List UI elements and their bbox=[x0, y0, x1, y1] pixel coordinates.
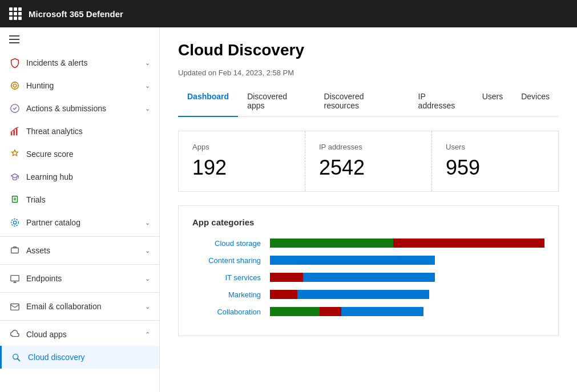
stats-row: Apps 192 IP addresses 2542 Users 959 bbox=[178, 131, 559, 192]
sidebar: Incidents & alerts ⌄ Hunting ⌄ bbox=[0, 27, 160, 392]
app-categories-card: App categories Cloud storageContent shar… bbox=[178, 205, 559, 336]
bar-row-marketing: Marketing bbox=[192, 290, 544, 299]
svg-rect-13 bbox=[11, 248, 19, 253]
app-categories-title: App categories bbox=[192, 217, 544, 227]
chevron-icon: ⌄ bbox=[145, 82, 150, 90]
stat-ip-addresses: IP addresses 2542 bbox=[305, 131, 432, 191]
svg-rect-14 bbox=[11, 276, 19, 281]
cloud-apps-label: Cloud apps bbox=[26, 330, 139, 339]
tab-ip-addresses[interactable]: IP addresses bbox=[409, 86, 473, 117]
incidents-alerts-label: Incidents & alerts bbox=[26, 58, 139, 67]
learning-hub-label: Learning hub bbox=[26, 172, 150, 181]
sidebar-item-secure-score[interactable]: Secure score bbox=[0, 143, 159, 165]
bar-segment bbox=[270, 256, 435, 265]
chevron-icon: ⌄ bbox=[145, 219, 150, 227]
cloud-apps-icon bbox=[9, 329, 21, 340]
page-title: Cloud Discovery bbox=[178, 41, 559, 59]
bar-segment bbox=[270, 273, 303, 282]
bar-segments-content-sharing bbox=[270, 256, 544, 265]
bar-row-cloud-storage: Cloud storage bbox=[192, 239, 544, 248]
svg-point-11 bbox=[13, 221, 16, 224]
bar-segment bbox=[303, 273, 435, 282]
bar-segment bbox=[270, 307, 320, 316]
svg-rect-15 bbox=[11, 304, 19, 310]
bar-label-cloud-storage[interactable]: Cloud storage bbox=[192, 239, 261, 248]
update-info: Updated on Feb 14, 2023, 2:58 PM bbox=[178, 68, 559, 77]
bar-label-collaboration[interactable]: Collaboration bbox=[192, 308, 261, 316]
apps-value: 192 bbox=[192, 156, 291, 180]
hunting-label: Hunting bbox=[26, 81, 139, 90]
endpoints-label: Endpoints bbox=[26, 274, 139, 283]
bar-row-collaboration: Collaboration bbox=[192, 307, 544, 316]
stat-users: Users 959 bbox=[432, 131, 558, 191]
divider bbox=[0, 320, 159, 321]
email-collaboration-label: Email & collaboration bbox=[26, 302, 139, 311]
sidebar-item-threat-analytics[interactable]: Threat analytics bbox=[0, 120, 159, 143]
hamburger-icon bbox=[9, 35, 19, 43]
users-label: Users bbox=[446, 143, 544, 151]
sidebar-item-hunting[interactable]: Hunting ⌄ bbox=[0, 74, 159, 97]
svg-rect-9 bbox=[16, 128, 18, 136]
sidebar-item-incidents-alerts[interactable]: Incidents & alerts ⌄ bbox=[0, 51, 159, 74]
bar-segments-collaboration bbox=[270, 307, 544, 316]
shield-icon bbox=[9, 57, 21, 68]
partner-catalog-label: Partner catalog bbox=[26, 218, 139, 227]
assets-icon bbox=[9, 245, 21, 256]
hamburger-button[interactable] bbox=[0, 27, 159, 51]
svg-point-12 bbox=[11, 219, 19, 227]
learning-hub-icon bbox=[9, 171, 21, 183]
bar-segments-cloud-storage bbox=[270, 239, 544, 248]
divider bbox=[0, 292, 159, 293]
chevron-icon: ⌄ bbox=[145, 303, 150, 310]
apps-grid-icon[interactable] bbox=[9, 7, 22, 20]
tab-users[interactable]: Users bbox=[473, 86, 513, 117]
secure-score-icon bbox=[9, 148, 21, 160]
tabs-bar: Dashboard Discovered apps Discovered res… bbox=[178, 86, 559, 117]
cloud-discovery-label: Cloud discovery bbox=[28, 353, 150, 362]
chevron-icon: ⌄ bbox=[145, 105, 150, 112]
bar-label-content-sharing[interactable]: Content sharing bbox=[192, 256, 261, 265]
tab-dashboard[interactable]: Dashboard bbox=[178, 86, 238, 117]
svg-point-1 bbox=[13, 84, 16, 87]
svg-rect-8 bbox=[13, 130, 15, 135]
apps-label: Apps bbox=[192, 143, 291, 151]
tab-devices[interactable]: Devices bbox=[512, 86, 559, 117]
bar-label-it-services[interactable]: IT services bbox=[192, 273, 261, 282]
sidebar-item-cloud-discovery[interactable]: Cloud discovery bbox=[0, 346, 159, 369]
chevron-icon-up: ⌃ bbox=[145, 331, 150, 338]
hunting-icon bbox=[9, 80, 21, 91]
chevron-icon: ⌄ bbox=[145, 59, 150, 67]
sidebar-item-cloud-apps[interactable]: Cloud apps ⌃ bbox=[0, 323, 159, 346]
trials-label: Trials bbox=[26, 195, 150, 204]
bar-segments-it-services bbox=[270, 273, 544, 282]
svg-point-0 bbox=[11, 82, 19, 90]
endpoints-icon bbox=[9, 273, 21, 284]
chevron-icon: ⌄ bbox=[145, 247, 150, 254]
sidebar-item-actions-submissions[interactable]: Actions & submissions ⌄ bbox=[0, 97, 159, 120]
actions-icon bbox=[9, 103, 21, 114]
ip-value: 2542 bbox=[319, 156, 418, 180]
app-title: Microsoft 365 Defender bbox=[29, 9, 123, 19]
sidebar-item-email-collaboration[interactable]: Email & collaboration ⌄ bbox=[0, 295, 159, 318]
actions-submissions-label: Actions & submissions bbox=[26, 104, 139, 113]
sidebar-item-assets[interactable]: Assets ⌄ bbox=[0, 239, 159, 262]
bar-row-content-sharing: Content sharing bbox=[192, 256, 544, 265]
cloud-discovery-icon bbox=[11, 351, 22, 363]
secure-score-label: Secure score bbox=[26, 149, 150, 159]
sidebar-item-endpoints[interactable]: Endpoints ⌄ bbox=[0, 267, 159, 290]
main-content: Cloud Discovery Updated on Feb 14, 2023,… bbox=[160, 27, 577, 392]
users-value: 959 bbox=[446, 156, 544, 180]
layout: Incidents & alerts ⌄ Hunting ⌄ bbox=[0, 27, 577, 392]
bar-segment bbox=[320, 307, 341, 316]
sidebar-item-learning-hub[interactable]: Learning hub bbox=[0, 165, 159, 188]
sidebar-item-trials[interactable]: Trials bbox=[0, 188, 159, 211]
svg-rect-7 bbox=[11, 132, 13, 135]
bar-label-marketing[interactable]: Marketing bbox=[192, 290, 261, 299]
ip-label: IP addresses bbox=[319, 143, 418, 151]
chevron-icon: ⌄ bbox=[145, 275, 150, 282]
tab-discovered-apps[interactable]: Discovered apps bbox=[238, 86, 314, 117]
stat-apps: Apps 192 bbox=[179, 131, 305, 191]
sidebar-item-partner-catalog[interactable]: Partner catalog ⌄ bbox=[0, 211, 159, 234]
trials-icon bbox=[9, 194, 21, 205]
tab-discovered-resources[interactable]: Discovered resources bbox=[315, 86, 409, 117]
